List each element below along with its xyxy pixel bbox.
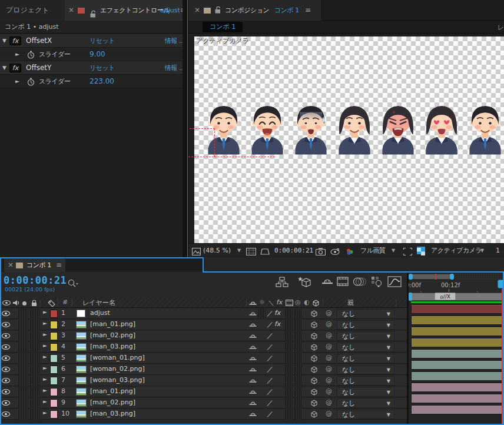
frame-blend-cell[interactable]: [285, 387, 293, 397]
layer-duration-bar[interactable]: [411, 338, 504, 347]
label-color-swatch[interactable]: [50, 343, 58, 351]
comp-view-tab[interactable]: コンポ 1: [203, 22, 243, 32]
twirl-closed-icon[interactable]: ►: [43, 309, 47, 315]
3d-switch[interactable]: [310, 343, 318, 353]
frame-blend-cell[interactable]: [285, 364, 293, 375]
chevron-down-icon[interactable]: ▼: [387, 343, 390, 352]
channels-rgb-icon[interactable]: [345, 247, 354, 257]
motion-blur-cell[interactable]: [294, 409, 302, 420]
always-preview-icon[interactable]: [192, 247, 201, 257]
quality-switch[interactable]: ／: [267, 320, 273, 329]
quality-switch[interactable]: ／: [267, 331, 273, 340]
current-timecode[interactable]: 0:00:00:21: [4, 274, 67, 286]
audio-cell[interactable]: [18, 331, 28, 341]
effect-param-row[interactable]: ► スライダー 223.00: [0, 75, 183, 88]
safe-frames-icon[interactable]: [246, 247, 256, 257]
stopwatch-icon[interactable]: [27, 77, 35, 91]
twirl-closed-icon[interactable]: ►: [43, 387, 47, 393]
audio-cell[interactable]: [18, 320, 28, 330]
twirl-open-icon[interactable]: ▼: [2, 61, 6, 75]
parent-dropdown[interactable]: なし ▼: [337, 410, 394, 419]
3d-switch[interactable]: [310, 410, 318, 420]
shy-switch[interactable]: [249, 321, 257, 330]
parent-dropdown[interactable]: なし ▼: [337, 354, 394, 363]
audio-cell[interactable]: [18, 387, 28, 397]
shy-switch[interactable]: [249, 310, 257, 319]
effect-header-row[interactable]: ▼ fx OffsetY リセット 情報 ..: [0, 61, 183, 75]
audio-cell[interactable]: [18, 376, 28, 386]
timeline-divider[interactable]: [407, 272, 409, 425]
audio-cell[interactable]: [18, 364, 28, 375]
chevron-down-icon[interactable]: ▼: [387, 321, 390, 330]
magnification-dropdown-arrow[interactable]: ▼: [237, 244, 241, 257]
magnification-value[interactable]: (48.5 %): [203, 244, 231, 257]
resolution-value[interactable]: フル画質: [360, 244, 386, 257]
shy-switch[interactable]: [249, 344, 257, 353]
quality-switch[interactable]: ／: [267, 365, 273, 374]
twirl-closed-icon[interactable]: ►: [43, 331, 47, 337]
frame-blend-cell[interactable]: [285, 398, 293, 409]
shy-switch[interactable]: [249, 411, 257, 420]
parent-dropdown[interactable]: なし ▼: [337, 331, 394, 341]
parent-dropdown[interactable]: なし ▼: [337, 376, 394, 386]
parent-pickwhip-icon[interactable]: @: [326, 343, 332, 350]
view-layout-value[interactable]: 1 画: [496, 244, 504, 257]
panel-menu-icon[interactable]: ≡: [56, 258, 62, 272]
parent-pickwhip-icon[interactable]: @: [326, 320, 332, 328]
layer-row[interactable]: ► 2 [man_01.png] ／ fx @ なし ▼: [0, 320, 409, 330]
frame-blend-cell[interactable]: [285, 353, 293, 364]
label-color-swatch[interactable]: [50, 310, 58, 318]
effect-info-link[interactable]: 情報 ..: [165, 61, 183, 75]
parent-column-header[interactable]: 親: [347, 298, 354, 307]
label-color-swatch[interactable]: [50, 354, 58, 363]
layer-name[interactable]: [man_01.png]: [90, 387, 135, 395]
lock-cell[interactable]: [30, 353, 40, 364]
layer-row[interactable]: ► 3 [man_02.png] ／ @ なし ▼: [0, 331, 409, 341]
lock-cell[interactable]: [30, 364, 40, 375]
audio-cell[interactable]: [18, 342, 28, 353]
shy-switch[interactable]: [249, 355, 257, 364]
lock-cell[interactable]: [30, 308, 40, 319]
frame-blend-cell[interactable]: [285, 320, 293, 330]
layer-row[interactable]: ► 9 [man_02.png] ／ @ なし ▼: [0, 398, 409, 409]
layer-name-column-header[interactable]: レイヤー名: [82, 298, 115, 307]
effect-name[interactable]: OffsetX: [26, 34, 52, 48]
close-icon[interactable]: ×: [8, 258, 14, 272]
parent-dropdown[interactable]: なし ▼: [337, 320, 394, 330]
graph-editor-icon[interactable]: [387, 276, 402, 289]
3d-switch[interactable]: [310, 321, 318, 330]
work-area[interactable]: ⌂//X: [409, 293, 504, 301]
layer-duration-bar[interactable]: [411, 360, 504, 370]
chevron-down-icon[interactable]: ▼: [387, 332, 390, 341]
quality-switch[interactable]: ／: [267, 343, 273, 351]
parent-dropdown[interactable]: なし ▼: [337, 309, 394, 318]
layer-name[interactable]: [man_03.png]: [90, 410, 135, 417]
mask-visibility-icon[interactable]: [260, 247, 270, 257]
chevron-down-icon[interactable]: ▼: [387, 388, 390, 397]
time-ruler[interactable]: 0:00f 00:12f: [409, 280, 504, 293]
layer-name[interactable]: [woman_01.png]: [90, 354, 145, 361]
label-color-swatch[interactable]: [50, 366, 58, 374]
layer-row[interactable]: ► 10 [man_03.png] ／ @ なし ▼: [0, 409, 409, 420]
audio-cell[interactable]: [18, 409, 28, 420]
audio-cell[interactable]: [18, 353, 28, 364]
comp-flowchart-icon[interactable]: [276, 277, 289, 290]
3d-switch[interactable]: [310, 399, 318, 409]
layer-name[interactable]: [man_01.png]: [90, 320, 135, 328]
shy-switch[interactable]: [249, 400, 257, 409]
parent-pickwhip-icon[interactable]: @: [326, 410, 332, 417]
comp-timecode[interactable]: 0:00:00:21: [274, 244, 313, 257]
twirl-open-icon[interactable]: ▼: [2, 34, 6, 48]
chevron-down-icon[interactable]: ▼: [387, 354, 390, 363]
lock-cell[interactable]: [30, 409, 40, 420]
panel-menu-icon[interactable]: ≡: [180, 0, 183, 21]
quality-switch[interactable]: ／: [267, 410, 273, 419]
quality-switch[interactable]: ／: [267, 309, 273, 318]
frame-blend-cell[interactable]: [285, 342, 293, 353]
parent-dropdown[interactable]: なし ▼: [337, 365, 394, 374]
navigator-view-bar[interactable]: [413, 274, 450, 279]
layer-duration-bar[interactable]: [411, 405, 504, 414]
close-icon[interactable]: ×: [68, 0, 74, 21]
motion-blur-cell[interactable]: [294, 398, 302, 409]
twirl-closed-icon[interactable]: ►: [43, 343, 47, 348]
